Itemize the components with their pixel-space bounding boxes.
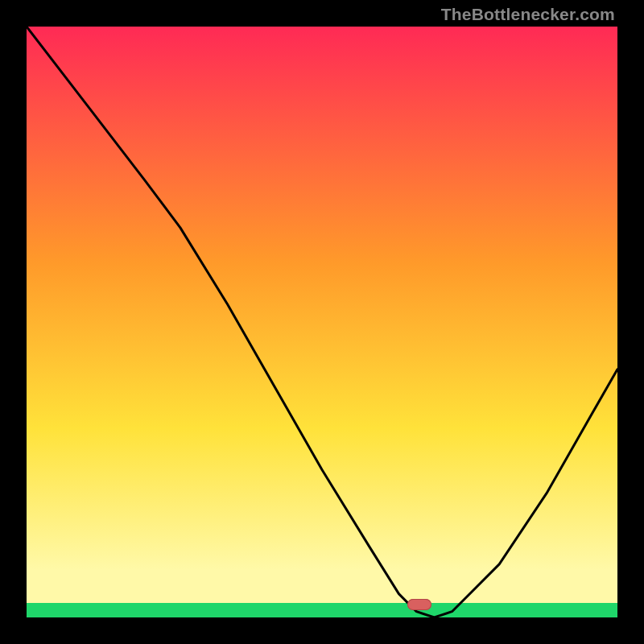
chart-frame: TheBottlenecker.com (0, 0, 644, 644)
bottleneck-curve (27, 27, 617, 617)
plot-area (27, 27, 617, 617)
green-band (27, 603, 617, 617)
optimal-marker-pill (407, 599, 431, 610)
watermark-text: TheBottlenecker.com (441, 5, 615, 24)
